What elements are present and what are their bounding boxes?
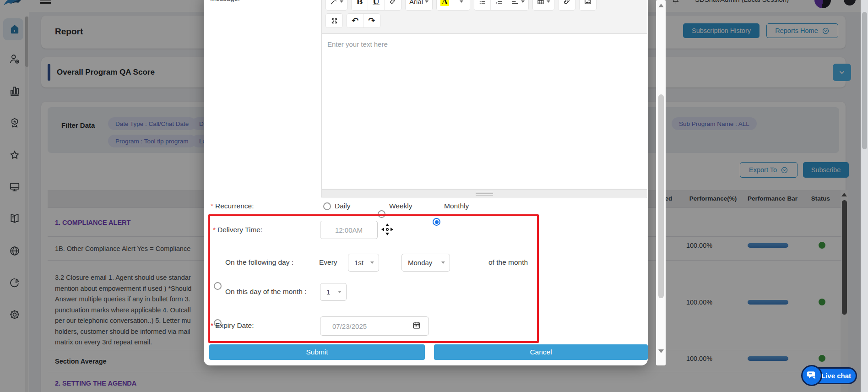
svg-text:2: 2 (496, 2, 497, 5)
required-marker: * (211, 202, 213, 210)
scroll-up-arrow[interactable] (658, 4, 664, 7)
magic-wand-icon (330, 0, 338, 5)
screen: SDSnavAdmin (Local Session) (0, 0, 868, 392)
recurrence-daily-label[interactable]: Daily (335, 202, 350, 210)
bold-button[interactable]: B (352, 0, 368, 10)
live-chat-widget[interactable]: Live chat (801, 365, 858, 387)
recurrence-label: *Recurrence: (211, 202, 254, 210)
numbered-list-icon: 1 2 (495, 0, 503, 5)
style-magic-button[interactable] (326, 0, 347, 10)
recurrence-daily-radio[interactable] (323, 202, 331, 210)
message-label: Message: (210, 0, 240, 2)
align-icon (511, 0, 519, 5)
modal-scrollbar[interactable] (656, 0, 666, 365)
message-editor: B U Arial A (321, 0, 647, 198)
image-button[interactable] (580, 0, 596, 10)
font-color-button[interactable]: A (437, 0, 453, 10)
editor-resize-handle[interactable] (322, 189, 647, 198)
message-textarea[interactable]: Enter your text here (322, 33, 647, 189)
recurrence-label-text: Recurrence: (215, 202, 254, 210)
table-icon (537, 0, 545, 5)
font-color-caret-button[interactable] (453, 0, 470, 10)
underline-button[interactable]: U (368, 0, 385, 10)
recurrence-weekly-label[interactable]: Weekly (389, 202, 412, 210)
font-family-value: Arial (409, 0, 423, 5)
font-color-icon: A (440, 0, 449, 6)
paragraph-align-button[interactable] (507, 0, 528, 10)
fullscreen-button[interactable] (326, 14, 342, 27)
bullet-list-icon (478, 0, 487, 5)
undo-icon: ↶ (352, 16, 358, 26)
bullet-list-button[interactable] (474, 0, 491, 10)
redo-button[interactable]: ↷ (363, 14, 380, 27)
undo-button[interactable]: ↶ (347, 14, 363, 27)
image-icon (584, 0, 592, 5)
submit-button[interactable]: Submit (209, 344, 425, 360)
editor-toolbar-row1: B U Arial A (322, 0, 647, 11)
underline-glyph: U (373, 0, 380, 6)
chat-bubble-icon (806, 370, 818, 381)
live-chat-label: Live chat (821, 372, 851, 380)
cancel-button[interactable]: Cancel (434, 344, 648, 360)
scroll-down-arrow[interactable] (658, 349, 664, 353)
cancel-label: Cancel (530, 348, 552, 356)
numbered-list-button[interactable]: 1 2 (491, 0, 507, 10)
font-family-button[interactable]: Arial (406, 0, 432, 10)
live-chat-icon[interactable] (801, 365, 822, 386)
recurrence-monthly-label[interactable]: Monthly (444, 202, 469, 210)
submit-label: Submit (306, 348, 328, 356)
scroll-thumb[interactable] (658, 94, 664, 298)
window-scrollbar[interactable] (861, 0, 868, 392)
svg-text:1: 1 (496, 0, 497, 0)
eraser-button[interactable] (385, 0, 401, 10)
move-cursor-icon (381, 223, 394, 236)
eraser-icon (389, 0, 397, 5)
link-icon (563, 0, 571, 5)
editor-toolbar-row2: ↶ ↷ (322, 11, 647, 28)
annotation-highlight-box (208, 214, 539, 343)
table-button[interactable] (533, 0, 554, 10)
redo-icon: ↷ (368, 16, 375, 26)
editor-placeholder: Enter your text here (322, 34, 647, 54)
grip-icon (476, 191, 493, 197)
expand-icon (331, 17, 338, 25)
link-button[interactable] (559, 0, 575, 10)
